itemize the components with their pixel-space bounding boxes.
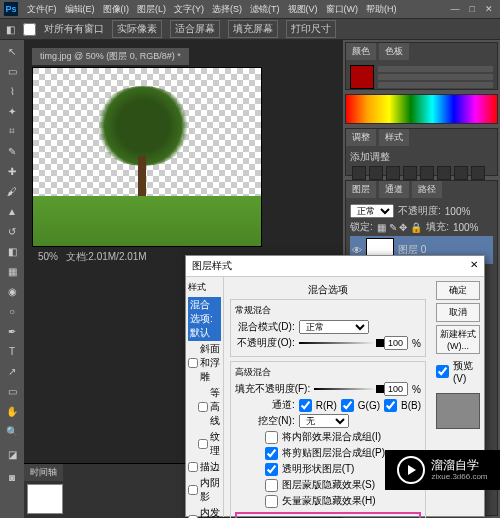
path-tool-icon[interactable]: ↗ — [2, 362, 22, 380]
adj-icon[interactable] — [454, 166, 468, 180]
knockout-select[interactable]: 无 — [299, 414, 349, 428]
menu-window[interactable]: 窗口(W) — [323, 3, 362, 16]
zoom-tool-icon[interactable]: 🔍 — [2, 422, 22, 440]
shape-tool-icon[interactable]: ▭ — [2, 382, 22, 400]
minimize-icon[interactable]: — — [448, 4, 463, 14]
menu-image[interactable]: 图像(I) — [100, 3, 133, 16]
brush-tool-icon[interactable]: 🖌 — [2, 182, 22, 200]
opacity-value[interactable]: 100% — [445, 206, 471, 217]
close-icon[interactable]: ✕ — [482, 4, 496, 14]
type-tool-icon[interactable]: T — [2, 342, 22, 360]
opt-fit[interactable]: 适合屏幕 — [170, 20, 220, 38]
style-check[interactable] — [198, 439, 208, 449]
menu-select[interactable]: 选择(S) — [209, 3, 245, 16]
tool-preset-icon[interactable]: ◧ — [6, 24, 15, 35]
opacity-input[interactable] — [384, 336, 408, 350]
dialog-title-bar[interactable]: 图层样式 ✕ — [186, 256, 484, 277]
style-innerglow[interactable]: 内发光 — [188, 505, 221, 518]
style-check[interactable] — [188, 358, 198, 368]
style-bevel[interactable]: 斜面和浮雕 — [188, 341, 221, 385]
blend-mode-select[interactable]: 正常 — [350, 204, 394, 218]
pen-tool-icon[interactable]: ✒ — [2, 322, 22, 340]
styles-tab[interactable]: 样式 — [379, 129, 409, 146]
opt4-check[interactable] — [265, 479, 278, 492]
wand-tool-icon[interactable]: ✦ — [2, 102, 22, 120]
eraser-tool-icon[interactable]: ◧ — [2, 242, 22, 260]
heal-tool-icon[interactable]: ✚ — [2, 162, 22, 180]
adj-icon[interactable] — [386, 166, 400, 180]
slider-r[interactable] — [378, 66, 493, 72]
fg-bg-color-icon[interactable]: ◪ — [2, 442, 22, 466]
fill-value[interactable]: 100% — [453, 222, 479, 233]
opt3-check[interactable] — [265, 463, 278, 476]
style-innershadow[interactable]: 内阴影 — [188, 475, 221, 505]
fill-input[interactable] — [384, 382, 408, 396]
paths-tab[interactable]: 路径 — [412, 181, 442, 198]
preview-check[interactable] — [436, 365, 449, 378]
adj-icon[interactable] — [471, 166, 485, 180]
lasso-tool-icon[interactable]: ⌇ — [2, 82, 22, 100]
style-check[interactable] — [188, 485, 198, 495]
blend-mode-select[interactable]: 正常 — [299, 320, 369, 334]
style-blending-options[interactable]: 混合选项:默认 — [188, 297, 221, 341]
menu-filter[interactable]: 滤镜(T) — [247, 3, 283, 16]
marquee-tool-icon[interactable]: ▭ — [2, 62, 22, 80]
ch-r[interactable] — [299, 399, 312, 412]
menu-layer[interactable]: 图层(L) — [134, 3, 169, 16]
slider-b[interactable] — [378, 82, 493, 88]
menu-file[interactable]: 文件(F) — [24, 3, 60, 16]
gradient-tool-icon[interactable]: ▦ — [2, 262, 22, 280]
adj-icon[interactable] — [369, 166, 383, 180]
lock-icons[interactable]: ▦ ✎ ✥ 🔒 — [377, 222, 422, 233]
ok-button[interactable]: 确定 — [436, 281, 480, 300]
style-contour[interactable]: 等高线 — [188, 385, 221, 429]
opt-print[interactable]: 打印尺寸 — [286, 20, 336, 38]
stamp-tool-icon[interactable]: ▲ — [2, 202, 22, 220]
adj-icon[interactable] — [420, 166, 434, 180]
channels-tab[interactable]: 通道 — [379, 181, 409, 198]
opt-fill[interactable]: 填充屏幕 — [228, 20, 278, 38]
crop-tool-icon[interactable]: ⌗ — [2, 122, 22, 140]
timeline-tab[interactable]: 时间轴 — [24, 464, 63, 481]
cancel-button[interactable]: 取消 — [436, 303, 480, 322]
menu-type[interactable]: 文字(Y) — [171, 3, 207, 16]
ch-b[interactable] — [384, 399, 397, 412]
style-texture[interactable]: 纹理 — [188, 429, 221, 459]
color-tab[interactable]: 颜色 — [346, 43, 376, 60]
ch-g[interactable] — [341, 399, 354, 412]
swatches-tab[interactable]: 色板 — [379, 43, 409, 60]
opt5-check[interactable] — [265, 495, 278, 508]
adj-icon[interactable] — [437, 166, 451, 180]
eyedropper-tool-icon[interactable]: ✎ — [2, 142, 22, 160]
opt-actual[interactable]: 实际像素 — [112, 20, 162, 38]
menu-edit[interactable]: 编辑(E) — [62, 3, 98, 16]
opt1-check[interactable] — [265, 431, 278, 444]
style-stroke[interactable]: 描边 — [188, 459, 221, 475]
fill-slider[interactable] — [314, 388, 380, 390]
document-tab[interactable]: timg.jpg @ 50% (图层 0, RGB/8#) * — [32, 48, 189, 65]
adj-icon[interactable] — [352, 166, 366, 180]
opt-allwindows-check[interactable] — [23, 23, 36, 36]
zoom-level[interactable]: 50% — [38, 251, 58, 262]
adjustments-tab[interactable]: 调整 — [346, 129, 376, 146]
new-style-button[interactable]: 新建样式(W)... — [436, 325, 480, 354]
hand-tool-icon[interactable]: ✋ — [2, 402, 22, 420]
layers-tab[interactable]: 图层 — [346, 181, 376, 198]
canvas[interactable] — [32, 67, 262, 247]
dialog-close-icon[interactable]: ✕ — [470, 259, 478, 273]
adj-icon[interactable] — [403, 166, 417, 180]
menu-view[interactable]: 视图(V) — [285, 3, 321, 16]
opacity-slider[interactable] — [299, 342, 380, 344]
quickmask-icon[interactable]: ◙ — [2, 468, 22, 486]
color-ramp[interactable] — [346, 95, 497, 123]
foreground-swatch[interactable] — [350, 65, 374, 89]
move-tool-icon[interactable]: ↖ — [2, 42, 22, 60]
style-check[interactable] — [188, 462, 198, 472]
dodge-tool-icon[interactable]: ○ — [2, 302, 22, 320]
opt2-check[interactable] — [265, 447, 278, 460]
slider-g[interactable] — [378, 74, 493, 80]
visibility-icon[interactable]: 👁 — [352, 245, 362, 256]
blur-tool-icon[interactable]: ◉ — [2, 282, 22, 300]
menu-help[interactable]: 帮助(H) — [363, 3, 400, 16]
maximize-icon[interactable]: □ — [467, 4, 478, 14]
